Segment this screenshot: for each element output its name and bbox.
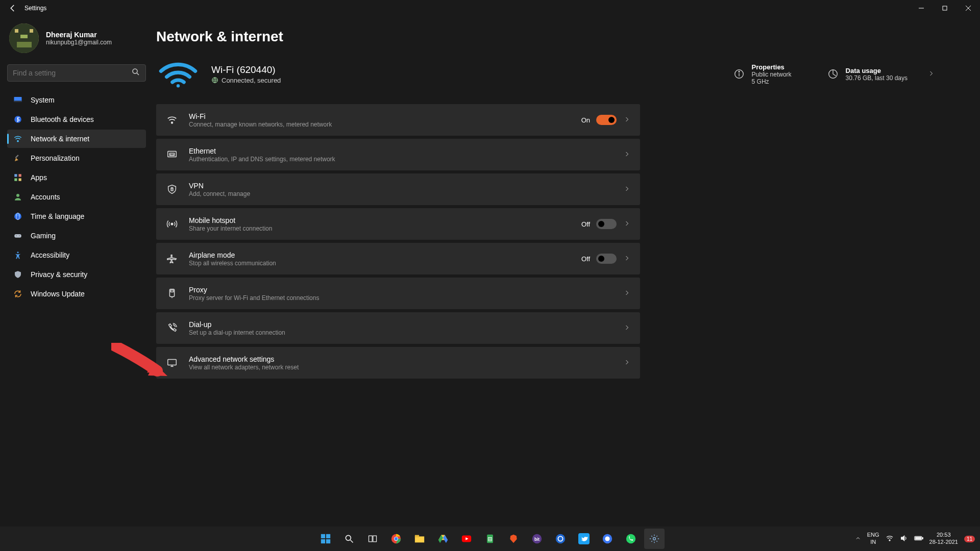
info-icon xyxy=(733,68,745,80)
chevron-right-icon xyxy=(624,289,630,298)
setting-title: Airplane mode xyxy=(189,251,581,259)
svg-line-54 xyxy=(351,540,353,543)
wifi-icon xyxy=(164,114,180,126)
profile-block[interactable]: Dheeraj Kumar nikunpubg1@gmail.com xyxy=(7,23,146,53)
svg-point-31 xyxy=(739,71,740,72)
sidebar-item-apps[interactable]: Apps xyxy=(7,168,146,187)
profile-name: Dheeraj Kumar xyxy=(46,31,112,39)
setting-dialup[interactable]: Dial-up Set up a dial-up internet connec… xyxy=(156,312,640,344)
content: Network & internet Wi-Fi (620440) Connec… xyxy=(153,16,980,527)
svg-point-14 xyxy=(17,140,18,141)
sidebar-item-label: Personalization xyxy=(31,154,80,162)
sidebar-item-gaming[interactable]: Gaming xyxy=(7,227,146,245)
sidebar-item-label: Apps xyxy=(31,173,47,182)
setting-sub: View all network adapters, network reset xyxy=(189,364,624,371)
chevron-right-icon xyxy=(624,150,630,159)
setting-title: Dial-up xyxy=(189,320,624,329)
drive-icon[interactable] xyxy=(433,529,453,549)
svg-rect-16 xyxy=(14,174,17,177)
whatsapp-icon[interactable] xyxy=(621,529,641,549)
sidebar-item-accessibility[interactable]: Accessibility xyxy=(7,246,146,264)
c-icon[interactable] xyxy=(550,529,571,549)
sidebar-item-network[interactable]: Network & internet xyxy=(7,130,146,148)
svg-rect-12 xyxy=(14,101,22,102)
hotspot-toggle[interactable] xyxy=(596,219,617,229)
twitter-icon[interactable] xyxy=(574,529,594,549)
data-usage-title: Data usage xyxy=(846,67,908,74)
back-button[interactable] xyxy=(5,4,20,13)
dialup-icon xyxy=(164,322,180,334)
chrome-icon[interactable] xyxy=(386,529,406,549)
setting-sub: Stop all wireless communication xyxy=(189,260,581,267)
tray-chevron-icon[interactable] xyxy=(855,535,861,542)
task-view[interactable] xyxy=(362,529,383,549)
svg-rect-49 xyxy=(321,534,325,538)
minimize-button[interactable] xyxy=(910,0,933,16)
sidebar-item-label: Gaming xyxy=(31,232,56,240)
apps-icon xyxy=(13,173,22,182)
properties-l1: Public network xyxy=(752,71,792,78)
svg-rect-6 xyxy=(30,29,33,33)
wifi-toggle[interactable] xyxy=(596,115,617,125)
maximize-button[interactable] xyxy=(933,0,957,16)
update-icon xyxy=(13,289,22,298)
sidebar-item-privacy[interactable]: Privacy & security xyxy=(7,265,146,284)
svg-rect-17 xyxy=(19,174,21,177)
tray-clock[interactable]: 20:53 28-12-2021 xyxy=(929,532,958,546)
sheets-icon[interactable] xyxy=(480,529,500,549)
svg-rect-51 xyxy=(321,539,325,543)
system-icon xyxy=(13,95,22,105)
setting-vpn[interactable]: VPN Add, connect, manage xyxy=(156,173,640,205)
search-box[interactable] xyxy=(7,64,146,82)
svg-point-77 xyxy=(605,536,609,541)
personalization-icon xyxy=(13,154,22,163)
sidebar-item-bluetooth[interactable]: Bluetooth & devices xyxy=(7,110,146,129)
tray-volume-icon[interactable] xyxy=(900,534,908,543)
setting-sub: Share your internet connection xyxy=(189,225,581,232)
sidebar-item-personalization[interactable]: Personalization xyxy=(7,149,146,167)
settings-icon[interactable] xyxy=(644,529,665,549)
sidebar-item-label: Windows Update xyxy=(31,290,85,298)
data-usage-tile[interactable]: Data usage 30.76 GB, last 30 days xyxy=(827,67,934,82)
search-icon xyxy=(131,67,140,79)
setting-ethernet[interactable]: Ethernet Authentication, IP and DNS sett… xyxy=(156,139,640,170)
start-button[interactable] xyxy=(315,529,336,549)
notification-badge[interactable]: 11 xyxy=(964,536,975,542)
taskbar: bit ENG IN 20:53 28-12-2021 11 xyxy=(0,527,980,551)
tray-language[interactable]: ENG IN xyxy=(867,532,879,546)
svg-point-13 xyxy=(14,116,21,123)
tray-wifi-icon[interactable] xyxy=(886,534,894,543)
svg-point-80 xyxy=(889,540,890,541)
brave-icon[interactable] xyxy=(503,529,524,549)
sidebar: Dheeraj Kumar nikunpubg1@gmail.com Syste… xyxy=(0,16,153,527)
svg-rect-23 xyxy=(14,234,21,238)
sidebar-item-system[interactable]: System xyxy=(7,91,146,109)
proxy-icon xyxy=(164,288,180,299)
sidebar-item-time[interactable]: Time & language xyxy=(7,207,146,226)
explorer-icon[interactable] xyxy=(409,529,430,549)
signal-icon[interactable] xyxy=(597,529,618,549)
bit-icon[interactable]: bit xyxy=(527,529,547,549)
close-button[interactable] xyxy=(957,0,980,16)
sidebar-item-update[interactable]: Windows Update xyxy=(7,285,146,303)
svg-rect-61 xyxy=(415,535,419,538)
youtube-icon[interactable] xyxy=(456,529,477,549)
airplane-toggle[interactable] xyxy=(596,254,617,264)
setting-advanced[interactable]: Advanced network settings View all netwo… xyxy=(156,347,640,379)
hotspot-icon xyxy=(164,218,180,230)
svg-rect-83 xyxy=(915,537,921,540)
sidebar-item-accounts[interactable]: Accounts xyxy=(7,188,146,206)
tray-battery-icon[interactable] xyxy=(914,535,923,542)
search-input[interactable] xyxy=(13,69,131,77)
setting-hotspot[interactable]: Mobile hotspot Share your internet conne… xyxy=(156,208,640,240)
setting-wifi[interactable]: Wi-Fi Connect, manage known networks, me… xyxy=(156,104,640,136)
svg-point-9 xyxy=(133,69,137,73)
properties-tile[interactable]: Properties Public network 5 GHz xyxy=(733,63,792,85)
chevron-right-icon xyxy=(624,323,630,333)
page-heading: Network & internet xyxy=(156,29,949,45)
setting-airplane[interactable]: Airplane mode Stop all wireless communic… xyxy=(156,243,640,274)
setting-proxy[interactable]: Proxy Proxy server for Wi-Fi and Etherne… xyxy=(156,278,640,309)
taskbar-search[interactable] xyxy=(339,529,359,549)
svg-point-24 xyxy=(16,235,17,236)
globe-icon xyxy=(211,77,218,84)
